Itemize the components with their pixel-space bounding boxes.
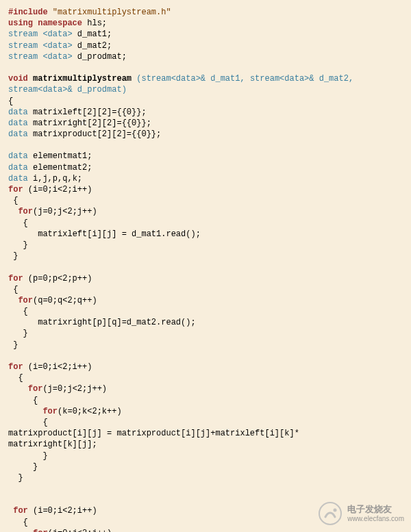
brace-open: { xyxy=(23,307,28,316)
decl: elementmat2; xyxy=(33,163,92,173)
brace-close: } xyxy=(18,473,23,483)
brace-open: { xyxy=(23,518,28,527)
decl: i,j,p,q,k; xyxy=(33,174,82,183)
brace-open: { xyxy=(8,97,13,106)
var-id: d_prodmat; xyxy=(77,52,127,62)
data-kw: data xyxy=(8,151,28,161)
for-cond: (p=0;p<2;p++) xyxy=(23,274,92,283)
for-kw: for xyxy=(42,407,58,416)
brace-open: { xyxy=(13,196,18,205)
for-cond: (j=0;j<2;j++) xyxy=(33,207,97,216)
data-kw: data xyxy=(8,129,28,139)
stmt: matrixleft[i][j] = d_mat1.read(); xyxy=(38,229,201,239)
svg-point-1 xyxy=(334,509,337,512)
data-kw: data xyxy=(8,118,28,128)
stmt: matrixproduct[i][j] = matrixproduct[i][j… xyxy=(8,429,299,438)
brace-close: } xyxy=(13,251,18,261)
function-sig1: (stream<data>& d_mat1, stream<data>& d_m… xyxy=(132,74,353,84)
for-cond: (j=0;j<2;j++) xyxy=(48,529,112,532)
brace-close: } xyxy=(13,340,18,350)
function-sig2: stream<data>& d_prodmat) xyxy=(8,85,127,94)
for-cond: (q=0;q<2;q++) xyxy=(33,296,97,305)
for-cond: (k=0;k<2;k++) xyxy=(58,407,122,416)
brace-close: } xyxy=(33,462,38,472)
brace-open: { xyxy=(18,373,23,383)
var-id: d_mat1; xyxy=(77,29,112,39)
for-kw: for xyxy=(18,296,33,305)
for-cond: (i=0;i<2;i++) xyxy=(23,362,92,372)
stmt: matrixright[p][q]=d_mat2.read(); xyxy=(38,318,195,327)
decl: matrixright[2][2]={{0}}; xyxy=(33,118,151,128)
logo-icon xyxy=(319,502,342,525)
for-cond: (j=0;j<2;j++) xyxy=(42,384,107,394)
brace-open: { xyxy=(13,285,18,294)
brace-open: { xyxy=(42,418,47,427)
type-decl: stream <data> xyxy=(8,29,73,39)
preprocessor-kw: #include xyxy=(8,8,48,17)
stmt: matrixright[k][j]; xyxy=(8,440,97,449)
brace-open: { xyxy=(33,396,38,405)
for-kw: for xyxy=(8,185,23,194)
data-kw: data xyxy=(8,174,28,183)
using-kw: using namespace xyxy=(8,18,82,28)
for-cond: (i=0;i<2;i++) xyxy=(23,185,92,194)
type-decl: stream <data> xyxy=(8,41,73,51)
function-name: matrixmultiplystream xyxy=(33,74,132,84)
data-kw: data xyxy=(8,107,28,117)
for-kw: for xyxy=(18,207,33,216)
decl: elementmat1; xyxy=(33,151,92,161)
for-kw: for xyxy=(8,362,23,372)
watermark-site-name: 电子发烧友 xyxy=(347,505,392,514)
for-cond: (i=0;i<2;i++) xyxy=(28,506,97,516)
decl: matrixleft[2][2]={{0}}; xyxy=(33,107,147,117)
for-kw: for xyxy=(8,274,23,283)
for-kw: for xyxy=(28,384,43,394)
data-kw: data xyxy=(8,163,28,173)
watermark-url: www.elecfans.com xyxy=(347,515,404,522)
namespace-id: hls; xyxy=(87,18,107,28)
include-string: "matrixmultiplystream.h" xyxy=(53,8,171,17)
type-decl: stream <data> xyxy=(8,52,73,62)
code-block: #include "matrixmultiplystream.h" using … xyxy=(8,7,403,532)
brace-close: } xyxy=(23,329,28,338)
for-kw: for xyxy=(33,529,48,532)
watermark-logo: 电子发烧友 www.elecfans.com xyxy=(319,502,404,525)
void-kw: void xyxy=(8,74,28,84)
for-kw: for xyxy=(13,506,28,516)
brace-close: } xyxy=(42,451,47,461)
decl: matrixproduct[2][2]={{0}}; xyxy=(33,129,161,139)
brace-open: { xyxy=(23,218,28,228)
var-id: d_mat2; xyxy=(77,41,112,51)
brace-close: } xyxy=(23,240,28,250)
